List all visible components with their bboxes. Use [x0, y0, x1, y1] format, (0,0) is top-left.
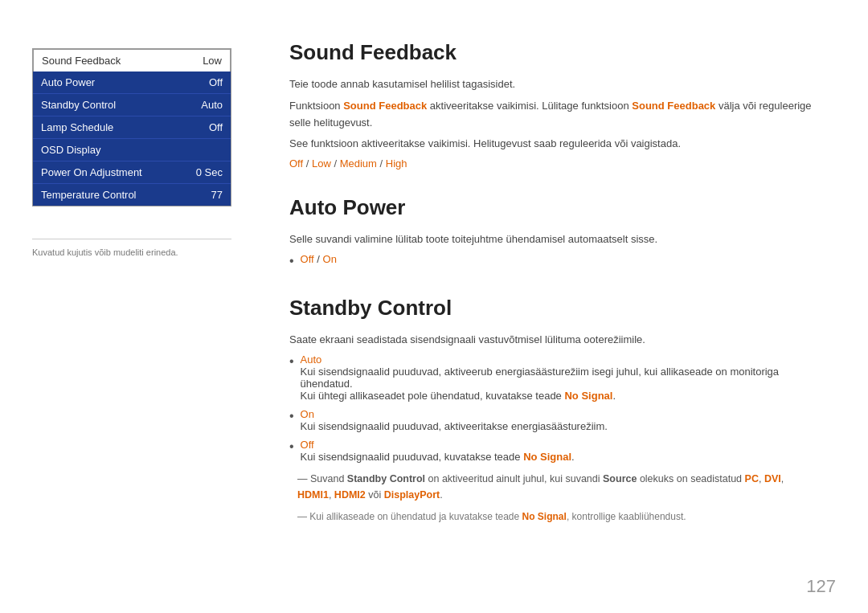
option-high: High: [386, 157, 407, 170]
standby-dash-note: — Suvand Standby Control on aktiveeritud…: [289, 471, 820, 503]
bullet-auto: • Auto Kui sisendsignaalid puuduvad, akt…: [289, 353, 820, 402]
bullet-dot-auto: •: [289, 353, 294, 370]
option-low: Low: [312, 157, 331, 170]
no-signal-2: No Signal: [523, 451, 571, 463]
menu-table: Sound Feedback Low Auto Power Off Standb…: [32, 48, 231, 206]
section-sound-feedback: Sound Feedback Teie toode annab kasutami…: [289, 40, 820, 170]
page-number: 127: [806, 576, 836, 597]
bullet-dot-off: •: [289, 439, 294, 456]
menu-item-power-on-adjustment[interactable]: Power On Adjustment 0 Sec: [33, 161, 231, 184]
pc-option: PC: [745, 473, 759, 484]
section-title-auto-power: Auto Power: [289, 195, 820, 220]
section-auto-power: Auto Power Selle suvandi valimine lülita…: [289, 195, 820, 270]
auto-power-option-text: Off / On: [301, 253, 337, 265]
source-bold: Source: [603, 473, 637, 484]
on-desc: Kui sisendsignaalid puuduvad, aktiveerit…: [301, 420, 608, 432]
menu-item-lamp-schedule[interactable]: Lamp Schedule Off: [33, 116, 231, 139]
sound-feedback-para2: Funktsioon Sound Feedback aktiveeritakse…: [289, 98, 820, 132]
menu-label-sound-feedback: Sound Feedback: [42, 55, 121, 67]
auto-power-options: • Off / On: [289, 253, 820, 270]
menu-label-power-on-adjustment: Power On Adjustment: [41, 166, 142, 178]
menu-label-osd-display: OSD Display: [41, 144, 100, 156]
menu-label-standby-control: Standby Control: [41, 99, 116, 111]
sound-feedback-bold1: Sound Feedback: [343, 100, 427, 112]
section-title-sound-feedback: Sound Feedback: [289, 40, 820, 65]
no-signal-1: No Signal: [564, 390, 612, 402]
standby-control-para1: Saate ekraani seadistada sisendsignaali …: [289, 332, 820, 349]
menu-value-auto-power: Off: [209, 76, 223, 88]
section-title-standby-control: Standby Control: [289, 296, 820, 321]
menu-item-temperature-control[interactable]: Temperature Control 77: [33, 184, 231, 206]
sound-feedback-bold2: Sound Feedback: [632, 100, 715, 112]
auto-power-para1: Selle suvandi valimine lülitab toote toi…: [289, 231, 820, 248]
menu-label-temperature-control: Temperature Control: [41, 189, 137, 201]
bullet-dot: •: [289, 253, 294, 270]
standby-bottom-note: — Kui allikaseade on ühendatud ja kuvata…: [289, 509, 820, 525]
auto-desc1: Kui sisendsignaalid puuduvad, aktiveerub…: [301, 366, 779, 390]
sound-feedback-options: Off / Low / Medium / High: [289, 157, 820, 170]
option-off: Off: [289, 157, 303, 170]
off-desc: Kui sisendsignaalid puuduvad, kuvatakse …: [301, 451, 575, 463]
menu-value-lamp-schedule: Off: [209, 121, 223, 133]
no-signal-3: No Signal: [522, 511, 567, 522]
bullet-auto-content: Auto Kui sisendsignaalid puuduvad, aktiv…: [301, 353, 820, 402]
sidebar: Sound Feedback Low Auto Power Off Standb…: [0, 0, 257, 613]
menu-item-auto-power[interactable]: Auto Power Off: [33, 72, 231, 94]
page-container: Sound Feedback Low Auto Power Off Standb…: [0, 0, 868, 613]
main-content: Sound Feedback Teie toode annab kasutami…: [257, 0, 868, 613]
hdmi2-option: HDMI2: [334, 489, 366, 501]
menu-value-power-on-adjustment: 0 Sec: [196, 166, 223, 178]
hdmi1-option: HDMI1: [297, 489, 329, 501]
displayport-option: DisplayPort: [384, 489, 440, 501]
bullet-off-content: Off Kui sisendsignaalid puuduvad, kuvata…: [301, 439, 575, 463]
menu-value-standby-control: Auto: [201, 99, 223, 111]
menu-item-sound-feedback[interactable]: Sound Feedback Low: [33, 49, 231, 72]
menu-value-sound-feedback: Low: [203, 55, 222, 67]
bullet-on: • On Kui sisendsignaalid puuduvad, aktiv…: [289, 408, 820, 432]
option-on: On: [323, 253, 337, 265]
dvi-option: DVI: [764, 473, 781, 484]
option-on2: On: [301, 408, 314, 420]
option-off2: Off: [301, 253, 314, 265]
option-off3: Off: [301, 439, 314, 451]
option-auto: Auto: [301, 353, 322, 366]
menu-item-standby-control[interactable]: Standby Control Auto: [33, 94, 231, 116]
menu-value-temperature-control: 77: [211, 189, 223, 201]
bullet-off: • Off Kui sisendsignaalid puuduvad, kuva…: [289, 439, 820, 463]
sound-feedback-para1: Teie toode annab kasutamisel helilist ta…: [289, 76, 820, 93]
sound-feedback-para3: See funktsioon aktiveeritakse vaikimisi.…: [289, 136, 820, 153]
menu-label-lamp-schedule: Lamp Schedule: [41, 121, 113, 133]
standby-control-bold: Standby Control: [347, 473, 425, 484]
bullet-on-content: On Kui sisendsignaalid puuduvad, aktivee…: [301, 408, 608, 432]
menu-label-auto-power: Auto Power: [41, 76, 95, 88]
auto-desc2: Kui ühtegi allikaseadet pole ühendatud, …: [301, 390, 616, 402]
bullet-dot-on: •: [289, 408, 294, 425]
option-medium: Medium: [340, 157, 377, 170]
sidebar-note: Kuvatud kujutis võib mudeliti erineda.: [32, 239, 231, 257]
menu-item-osd-display[interactable]: OSD Display: [33, 139, 231, 161]
section-standby-control: Standby Control Saate ekraani seadistada…: [289, 296, 820, 525]
